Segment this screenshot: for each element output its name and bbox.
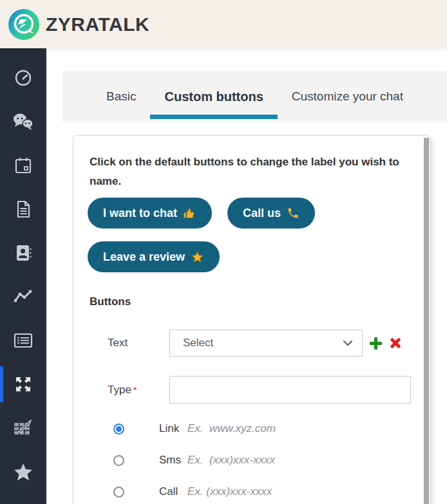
call-radio-label: Call: [159, 485, 187, 498]
sidebar-item-lists[interactable]: [0, 319, 46, 362]
buttons-section-title: Buttons: [90, 295, 430, 308]
chevron-down-icon: [343, 337, 353, 349]
custom-buttons-panel: Click on the default buttons to change t…: [73, 135, 430, 504]
plus-icon[interactable]: [369, 337, 383, 350]
default-button-label: I want to chat: [103, 207, 177, 220]
type-label-text: Type: [108, 384, 131, 396]
default-buttons-row-2: Leave a review: [88, 241, 430, 272]
sidebar-item-calendar[interactable]: [0, 144, 46, 187]
tab-bar: Basic Custom buttons Customize your chat: [62, 71, 447, 122]
default-button-label: Call us: [243, 207, 281, 220]
chat-bubbles-icon: [12, 112, 34, 131]
sms-radio-label: Sms: [159, 454, 187, 467]
tab-basic-label: Basic: [106, 89, 136, 104]
sms-radio[interactable]: [113, 455, 124, 466]
tab-custom-buttons-label: Custom buttons: [164, 89, 263, 104]
link-radio-label: Link: [159, 422, 187, 435]
sidebar-item-contacts[interactable]: [0, 231, 46, 275]
star-icon: [191, 250, 204, 264]
expand-arrows-icon: [14, 375, 33, 394]
default-buttons-row-1: I want to chat Call us: [88, 198, 430, 229]
sidebar-item-forms[interactable]: [0, 406, 46, 450]
text-label: Text: [108, 337, 169, 350]
radio-row-sms: Sms Ex. (xxx)xxx-xxxx: [73, 453, 430, 467]
sidebar-item-documents[interactable]: [0, 187, 46, 231]
call-example-text: Ex. (xxx)xxx-xxxx: [187, 485, 272, 498]
phone-icon: [287, 207, 300, 219]
gauge-icon: [14, 68, 33, 88]
button-text-select[interactable]: Select: [169, 330, 363, 357]
link-radio[interactable]: [113, 424, 124, 434]
star-icon: [13, 462, 33, 481]
call-radio[interactable]: [113, 487, 124, 498]
sidebar: [0, 48, 46, 504]
sidebar-item-analytics[interactable]: [0, 275, 46, 319]
radio-row-link: Link Ex. www.xyz.com: [73, 422, 430, 436]
panel-scrollbar[interactable]: [424, 138, 429, 504]
line-chart-icon: [13, 288, 33, 305]
tab-basic[interactable]: Basic: [92, 71, 150, 122]
document-icon: [14, 200, 32, 219]
tab-customize-your-chat-label: Customize your chat: [292, 89, 403, 104]
sms-example-text: Ex. (xxx)xxx-xxxx: [187, 454, 275, 467]
table-edit-icon: [12, 418, 34, 438]
list-card-icon: [13, 332, 33, 349]
i-want-to-chat-button[interactable]: I want to chat: [88, 198, 212, 229]
tab-custom-buttons[interactable]: Custom buttons: [150, 71, 277, 122]
app-header: ZYRATALK: [0, 0, 447, 48]
select-value: Select: [183, 337, 343, 350]
instruction-text: Click on the default buttons to change t…: [90, 153, 412, 191]
type-label: Type*: [108, 384, 169, 397]
type-value-input[interactable]: [169, 376, 411, 404]
sidebar-item-reviews[interactable]: [0, 450, 46, 494]
radio-row-call: Call Ex. (xxx)xxx-xxxx: [73, 485, 430, 499]
calendar-icon: [14, 156, 33, 175]
leave-a-review-button[interactable]: Leave a review: [88, 241, 220, 272]
type-field-row: Type*: [73, 376, 430, 404]
call-us-button[interactable]: Call us: [227, 198, 315, 229]
sidebar-item-widget[interactable]: [0, 362, 46, 406]
link-example-text: Ex. www.xyz.com: [187, 422, 276, 435]
tab-customize-your-chat[interactable]: Customize your chat: [278, 71, 417, 122]
address-book-icon: [14, 243, 33, 263]
thumbs-up-icon: [183, 207, 196, 220]
default-button-label: Leave a review: [103, 250, 185, 264]
text-field-row: Text Select: [73, 330, 430, 357]
required-asterisk: *: [133, 384, 137, 395]
sidebar-item-dashboard[interactable]: [0, 56, 46, 100]
sidebar-item-chats[interactable]: [0, 100, 46, 144]
zyratalk-logo: [7, 8, 41, 41]
brand-title: ZYRATALK: [46, 14, 149, 35]
cross-icon[interactable]: [389, 337, 402, 350]
